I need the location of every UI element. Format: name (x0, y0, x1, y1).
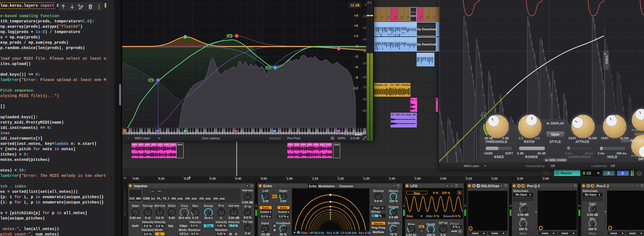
svg-text:M: M (267, 66, 269, 69)
svg-text:M: M (150, 79, 152, 82)
svg-text:D: D (638, 172, 640, 175)
svg-text:R: R (459, 230, 461, 233)
svg-text:≫ DISPLAY: ≫ DISPLAY (546, 122, 564, 125)
svg-text:M: M (229, 35, 231, 38)
